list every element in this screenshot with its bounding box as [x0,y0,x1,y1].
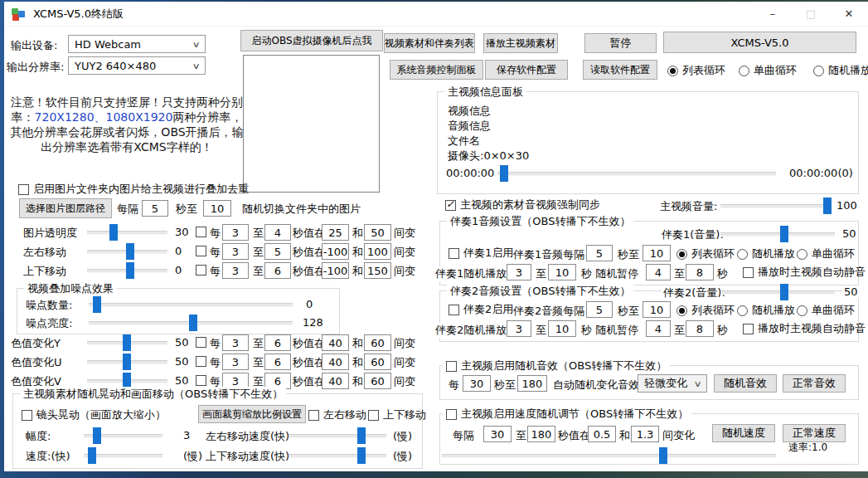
bgm1-mode-random-radio[interactable]: 随机播放 [737,246,795,261]
speed-normal-button[interactable]: 正常速度 [783,424,846,442]
bgm1-pfrom-input[interactable]: 4 [646,264,671,280]
sfx-to-input[interactable]: 180 [517,375,547,392]
maximize-icon[interactable]: □ [792,2,830,27]
interval-to-input[interactable]: 10 [203,200,231,217]
xcms-button[interactable]: XCMS-V5.0 [663,32,856,53]
output-device-select[interactable]: HD Webcam ∨ [68,35,206,53]
bgm2-mode-list-radio[interactable]: 列表循环 [676,303,735,318]
speed-enable-checkbox[interactable]: 主视频启用速度随机调节（OBS转播下不生效） [443,407,691,422]
mode-radio-list-loop[interactable]: 列表循环 [667,63,725,78]
pan-ud-checkbox[interactable]: 上下移动 [368,407,426,422]
min-input[interactable]: -100 [322,243,349,260]
h-move-slider[interactable] [87,243,167,260]
auto-vary-checkbox[interactable] [196,246,206,256]
auto-vary-checkbox[interactable] [196,375,206,386]
auto-vary-checkbox[interactable] [196,337,206,348]
from-input[interactable]: 3 [222,243,249,260]
bgm1-mode-single-radio[interactable]: 单曲循环 [797,246,855,261]
bgm2-mute-checkbox[interactable]: 播放时主视频自动静音 [743,321,866,336]
progress-slider[interactable] [497,165,776,182]
max-input[interactable]: 100 [364,243,391,260]
interval-from-input[interactable]: 5 [142,200,168,217]
speed-to-input[interactable]: 180 [527,426,555,442]
speed-min-input[interactable]: 0.5 [588,426,616,442]
bgm1-to-input[interactable]: 10 [643,245,671,261]
bgm1-rto-input[interactable]: 10 [548,264,576,280]
to-input[interactable]: 6 [264,354,291,370]
system-audio-button[interactable]: 系统音频控制面板 [390,60,483,80]
sfx-preset-select[interactable]: 轻微变化 ∨ [638,374,707,393]
from-input[interactable]: 3 [222,334,249,351]
to-input[interactable]: 6 [264,262,291,279]
noise-count-slider[interactable] [89,296,293,313]
crop-scale-button[interactable]: 画面裁剪缩放比例设置 [198,405,306,423]
status-listbox[interactable] [243,55,380,193]
enable-image-overlay-checkbox[interactable]: 启用图片文件夹内图片给主视频进行叠加去重 [18,182,249,197]
speed-max-input[interactable]: 1.3 [631,426,659,442]
pan-lr-checkbox[interactable]: 左右移动 [308,407,366,422]
output-resolution-select[interactable]: YUY2 640×480 ∨ [68,56,206,75]
opacity-slider[interactable] [87,224,167,241]
to-input[interactable]: 5 [264,243,291,260]
speed-rate-slider[interactable] [442,447,776,464]
color-u-slider[interactable] [87,354,167,370]
speed-from-input[interactable]: 30 [483,426,512,442]
bgm2-mode-random-radio[interactable]: 随机播放 [737,303,795,318]
bgm1-from-input[interactable]: 5 [586,245,613,261]
bgm1-mute-checkbox[interactable]: 播放时主视频自动静音 [743,265,866,280]
bgm1-pto-input[interactable]: 8 [686,264,714,280]
sfx-from-input[interactable]: 30 [463,375,491,392]
pause-button[interactable]: 暂停 [584,33,657,53]
load-config-button[interactable]: 读取软件配置 [583,60,657,80]
bgm2-mode-single-radio[interactable]: 单曲循环 [797,303,855,318]
auto-vary-checkbox[interactable] [196,356,206,367]
bgm1-enable-checkbox[interactable]: 伴奏1启用 [449,246,513,261]
shake-speed-slider[interactable] [84,447,162,464]
choose-image-path-button[interactable]: 选择图片图层路径 [19,198,112,218]
close-icon[interactable]: ✕ [830,2,868,27]
sfx-enable-checkbox[interactable]: 主视频启用随机音效（OBS转播下不生效） [443,358,670,373]
max-input[interactable]: 150 [364,262,391,279]
bgm2-enable-checkbox[interactable]: 伴奏2启用 [449,302,513,317]
min-input[interactable]: 40 [322,334,349,351]
lens-shake-checkbox[interactable]: 镜头晃动（画面放大缩小） [22,407,166,422]
auto-vary-checkbox[interactable] [196,227,206,237]
mode-radio-random[interactable]: 随机播放 [813,63,868,78]
main-volume-slider[interactable] [720,198,831,214]
max-input[interactable]: 60 [364,334,391,351]
color-y-slider[interactable] [87,334,167,351]
min-input[interactable]: 40 [322,373,349,389]
from-input[interactable]: 3 [222,262,249,279]
from-input[interactable]: 3 [222,354,249,370]
min-input[interactable]: -100 [322,262,349,279]
max-input[interactable]: 60 [364,373,391,389]
max-input[interactable]: 60 [364,354,391,370]
min-input[interactable]: 40 [322,354,349,370]
max-input[interactable]: 50 [364,224,391,241]
play-main-button[interactable]: 播放主视频素材 [483,33,558,53]
bgm2-pfrom-input[interactable]: 4 [646,320,671,337]
bgm1-rfrom-input[interactable]: 3 [507,264,531,280]
start-obs-button[interactable]: 启动OBS虚拟摄像机后点我 [240,30,383,51]
to-input[interactable]: 6 [264,334,291,351]
v-move-slider[interactable] [87,262,167,279]
minimize-icon[interactable]: – [754,2,792,27]
ud-speed-slider[interactable] [289,447,386,464]
sfx-random-button[interactable]: 随机音效 [714,374,777,393]
material-list-button[interactable]: 视频素材和伴奏列表 [384,33,475,53]
bgm2-rfrom-input[interactable]: 3 [507,320,531,337]
speed-random-button[interactable]: 随机速度 [712,424,775,442]
lr-speed-slider[interactable] [289,427,386,444]
save-config-button[interactable]: 保存软件配置 [485,60,568,80]
bgm1-volume-slider[interactable] [720,226,835,242]
sfx-normal-button[interactable]: 正常音效 [783,374,846,393]
from-input[interactable]: 3 [222,224,249,241]
bgm1-mode-list-radio[interactable]: 列表循环 [676,246,735,261]
av-sync-checkbox[interactable]: 主视频的素材音视频强制同步 [445,198,600,212]
bgm2-volume-slider[interactable] [720,284,835,300]
bgm2-from-input[interactable]: 5 [586,301,613,318]
bgm2-rto-input[interactable]: 10 [548,320,576,337]
amplitude-slider[interactable] [84,427,162,444]
auto-vary-checkbox[interactable] [196,265,206,276]
mode-radio-single-loop[interactable]: 单曲循环 [739,63,797,78]
